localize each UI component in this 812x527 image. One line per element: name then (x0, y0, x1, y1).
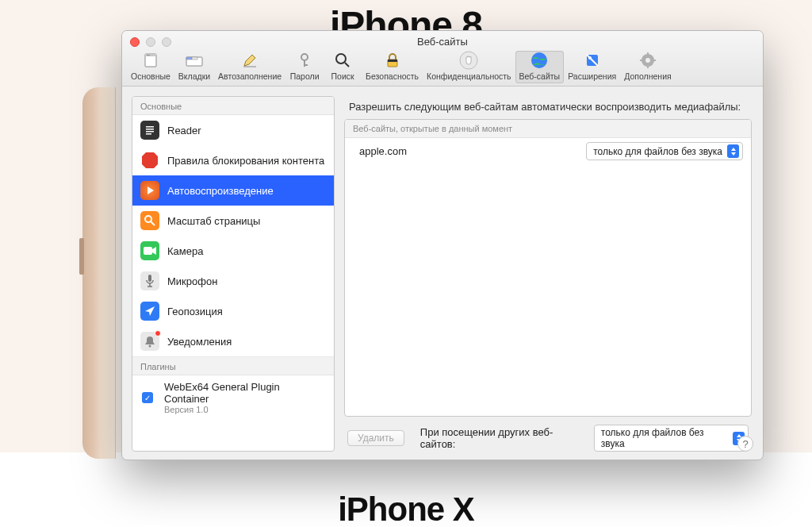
default-policy-select[interactable]: только для файлов без звука (594, 425, 749, 452)
window-title: Веб-сайты (122, 31, 763, 48)
stepper-arrows-icon (727, 144, 739, 158)
bottom-bar: Удалить При посещении других веб-сайтов:… (344, 417, 752, 452)
toolbar-label: Пароли (290, 71, 320, 81)
site-domain: apple.com (359, 145, 407, 157)
general-icon (141, 51, 160, 70)
key-icon (295, 51, 314, 70)
toolbar-label: Дополнения (624, 71, 671, 81)
help-button[interactable]: ? (737, 436, 753, 452)
toolbar-label: Вкладки (178, 71, 210, 81)
svg-point-20 (645, 58, 650, 63)
sidebar-group-general: Основные (132, 97, 334, 115)
svg-rect-22 (647, 65, 649, 68)
preferences-window: Веб-сайты Основные Вкладки Автозаполнени… (121, 30, 764, 460)
play-icon (140, 181, 159, 200)
tab-extensions[interactable]: Расширения (564, 51, 620, 83)
tab-security[interactable]: Безопасность (362, 51, 423, 83)
sidebar-item-autoplay[interactable]: Автовоспроизведение (132, 175, 334, 206)
pencil-icon (240, 51, 259, 70)
svg-point-39 (149, 345, 151, 348)
notification-badge-icon (155, 330, 161, 337)
sidebar-item-camera[interactable]: Камера (132, 236, 334, 266)
window-controls (130, 37, 171, 47)
select-value: только для файлов без звука (601, 427, 728, 449)
settings-sidebar: Основные Reader Правила блокирования кон… (132, 96, 335, 452)
svg-marker-29 (142, 152, 158, 168)
tab-privacy[interactable]: Конфиденциальность (423, 51, 515, 83)
sidebar-item-label: Геопозиция (167, 306, 223, 317)
svg-rect-14 (388, 60, 397, 62)
plugin-checkbox[interactable]: ✓ (142, 392, 153, 403)
sidebar-item-label: Масштаб страницы (167, 215, 260, 227)
tab-passwords[interactable]: Пароли (285, 51, 324, 83)
svg-line-12 (345, 63, 349, 67)
sidebar-item-notifications[interactable]: Уведомления (132, 326, 334, 356)
globe-icon (530, 51, 549, 70)
bell-icon (140, 332, 159, 351)
svg-point-8 (301, 54, 308, 60)
toolbar-label: Конфиденциальность (427, 71, 511, 81)
lock-icon (383, 51, 402, 70)
website-list: Веб-сайты, открытые в данный момент appl… (344, 119, 752, 417)
gear-icon (638, 51, 657, 70)
preferences-toolbar: Основные Вкладки Автозаполнение Пароли (122, 48, 763, 83)
iphone-side-image (82, 87, 116, 459)
select-value: только для файлов без звука (593, 146, 722, 157)
sidebar-group-plugins: Плагины (132, 356, 334, 375)
tab-general[interactable]: Основные (127, 51, 174, 83)
sidebar-item-microphone[interactable]: Микрофон (132, 266, 334, 296)
other-sites-label: При посещении других веб-сайтов: (420, 426, 586, 450)
list-header-open-sites: Веб-сайты, открытые в данный момент (345, 120, 751, 138)
svg-marker-30 (147, 187, 154, 194)
toolbar-label: Основные (131, 71, 170, 81)
list-row[interactable]: apple.com только для файлов без звука (345, 138, 751, 164)
sidebar-item-label: Правила блокирования контента (167, 155, 324, 167)
sidebar-item-reader[interactable]: Reader (132, 115, 334, 145)
sidebar-item-zoom[interactable]: Масштаб страницы (132, 206, 334, 236)
tab-autofill[interactable]: Автозаполнение (214, 51, 285, 83)
svg-point-16 (531, 52, 547, 68)
plugin-label: WebEx64 General Plugin Container (164, 381, 326, 405)
zoom-icon (140, 211, 159, 230)
svg-rect-23 (640, 60, 643, 61)
zoom-window-button[interactable] (162, 37, 171, 47)
row-policy-select[interactable]: только для файлов без звука (586, 142, 743, 160)
svg-marker-34 (152, 247, 156, 255)
toolbar-label: Веб-сайты (519, 71, 561, 81)
sidebar-item-location[interactable]: Геопозиция (132, 296, 334, 326)
svg-point-2 (147, 55, 148, 56)
svg-point-31 (145, 216, 151, 222)
svg-point-18 (588, 56, 592, 60)
sidebar-item-label: Уведомления (167, 336, 232, 348)
tab-tabs[interactable]: Вкладки (174, 51, 214, 83)
svg-point-11 (336, 54, 346, 63)
svg-rect-28 (146, 133, 151, 135)
window-titlebar: Веб-сайты Основные Вкладки Автозаполнени… (122, 31, 763, 87)
tabs-icon (185, 51, 204, 70)
puzzle-icon (583, 51, 602, 70)
stop-sign-icon (140, 151, 159, 170)
toolbar-label: Безопасность (366, 71, 419, 81)
tab-websites[interactable]: Веб-сайты (515, 51, 565, 83)
tab-advanced[interactable]: Дополнения (620, 51, 675, 83)
sidebar-item-content-block[interactable]: Правила блокирования контента (132, 145, 334, 175)
svg-line-32 (151, 221, 155, 225)
toolbar-label: Автозаполнение (218, 71, 282, 81)
svg-rect-6 (192, 57, 197, 60)
svg-rect-24 (653, 60, 656, 61)
minimize-window-button[interactable] (146, 37, 155, 47)
microphone-icon (140, 271, 159, 290)
tab-search[interactable]: Поиск (324, 51, 362, 83)
delete-button[interactable]: Удалить (347, 430, 404, 446)
close-window-button[interactable] (130, 37, 140, 47)
svg-rect-1 (145, 54, 156, 56)
sidebar-item-plugin-webex[interactable]: ✓ WebEx64 General Plugin Container Верси… (132, 375, 334, 420)
iphone-side-button (79, 238, 84, 275)
camera-icon (140, 241, 159, 260)
magnifier-icon (333, 51, 352, 70)
sidebar-item-label: Микрофон (167, 275, 217, 287)
main-panel: Разрешить следующим веб-сайтам автоматич… (344, 96, 763, 452)
svg-rect-26 (146, 129, 154, 130)
reader-icon (140, 121, 159, 140)
svg-marker-41 (731, 152, 736, 156)
